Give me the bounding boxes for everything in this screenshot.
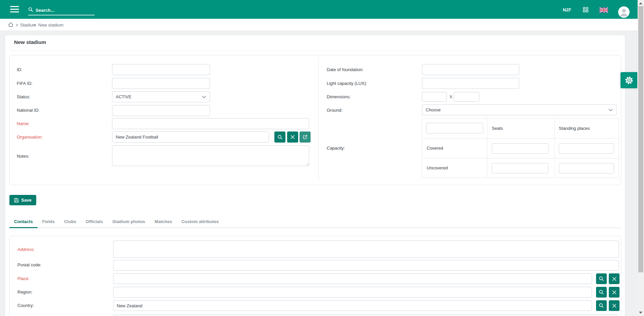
clear-icon	[612, 277, 616, 281]
next-field-input-partial[interactable]	[113, 315, 619, 316]
ground-select[interactable]: Choose	[422, 104, 616, 115]
country-input[interactable]	[113, 300, 592, 311]
organisation-open-button[interactable]	[300, 131, 311, 143]
national-id-label: National ID:	[17, 108, 40, 113]
settings-button[interactable]	[621, 72, 637, 88]
covered-seats-input[interactable]	[492, 143, 548, 154]
clear-icon	[290, 135, 295, 139]
title-divider	[9, 50, 621, 51]
breadcrumb-separator: >	[16, 23, 18, 28]
capacity-table-col-line	[487, 118, 487, 178]
breadcrumb-item-current: New stadium	[38, 22, 63, 28]
covered-row-label: Covered	[427, 146, 443, 151]
region-label: Region:	[17, 289, 33, 295]
id-input[interactable]	[112, 64, 210, 75]
dimension-length-input[interactable]	[454, 92, 479, 102]
date-of-foundation-label: Date of foundation:	[327, 67, 364, 72]
dimension-width-input[interactable]	[422, 92, 447, 102]
dimensions-label: Dimensions:	[327, 94, 351, 99]
place-search-button[interactable]	[596, 273, 607, 284]
tab-contacts[interactable]: Contacts	[9, 216, 38, 228]
light-capacity-input[interactable]	[422, 78, 519, 89]
status-label: Status:	[17, 94, 30, 99]
organisation-input[interactable]	[112, 131, 269, 143]
country-clear-button[interactable]	[609, 300, 620, 311]
app-window: NZF > Stadi	[0, 0, 644, 316]
standing-places-header: Standing places	[559, 126, 590, 131]
id-label: ID:	[17, 67, 22, 72]
capacity-table-row-line	[422, 138, 619, 139]
scrollbar-down-arrow[interactable]	[639, 312, 642, 314]
scrollbar[interactable]	[638, 0, 644, 316]
tab-fields[interactable]: Fields	[38, 216, 60, 227]
light-capacity-label: Light capacity (LUX):	[327, 81, 367, 86]
ground-select-value: Choose	[426, 107, 441, 112]
name-input[interactable]	[112, 118, 309, 129]
covered-standing-input[interactable]	[559, 143, 614, 154]
fifa-id-input[interactable]	[112, 78, 210, 89]
tab-matches[interactable]: Matches	[150, 216, 177, 227]
capacity-table-row-line	[422, 158, 619, 158]
region-search-button[interactable]	[596, 287, 607, 298]
search-icon	[277, 135, 283, 140]
national-id-input[interactable]	[112, 105, 210, 116]
organisation-search-button[interactable]	[274, 131, 285, 143]
ground-label: Ground:	[327, 108, 342, 113]
search-underline	[28, 15, 95, 15]
tab-clubs[interactable]: Clubs	[59, 216, 81, 227]
address-input[interactable]	[113, 241, 619, 258]
gear-icon	[625, 76, 634, 85]
place-input[interactable]	[113, 273, 592, 284]
save-button-label: Save	[21, 198, 31, 203]
breadcrumb-separator: >	[34, 23, 36, 28]
capacity-name-input[interactable]	[426, 123, 483, 134]
fifa-id-label: FIFA ID:	[17, 81, 33, 86]
country-label: Country:	[17, 303, 34, 308]
search-icon	[599, 303, 604, 308]
date-of-foundation-input[interactable]	[422, 64, 519, 75]
organisation-clear-button[interactable]	[287, 131, 298, 143]
save-button[interactable]: Save	[9, 195, 36, 205]
clear-icon	[612, 304, 616, 308]
place-clear-button[interactable]	[609, 273, 620, 284]
page-title: New stadium	[14, 39, 46, 45]
address-label: Address:	[17, 247, 35, 252]
organisation-label: Organisation:	[17, 135, 43, 140]
status-select[interactable]: ACTIVE	[112, 91, 210, 102]
status-select-value: ACTIVE	[116, 94, 131, 99]
breadcrumb: > Stadium > New stadium	[0, 19, 638, 31]
user-avatar[interactable]	[618, 6, 630, 18]
home-icon[interactable]	[8, 22, 13, 27]
apps-grid-icon[interactable]	[583, 7, 588, 12]
scrollbar-thumb[interactable]	[638, 6, 643, 272]
uncovered-row-label: Uncovered	[427, 165, 448, 170]
tab-custom-attributes[interactable]: Custom attributes	[177, 216, 223, 227]
notes-textarea[interactable]	[112, 145, 309, 166]
search-icon	[599, 276, 604, 281]
uk-flag-icon[interactable]	[599, 7, 608, 13]
form-column-divider	[318, 58, 319, 181]
hamburger-menu-icon[interactable]	[10, 6, 19, 12]
tab-bar: Contacts Fields Clubs Officials Stadium …	[9, 216, 621, 228]
org-code-label: NZF	[563, 7, 571, 12]
country-search-button[interactable]	[596, 300, 607, 311]
tab-officials[interactable]: Officials	[81, 216, 107, 227]
scrollbar-up-arrow[interactable]	[639, 2, 642, 4]
search-icon	[28, 7, 33, 12]
postal-code-input[interactable]	[113, 260, 619, 271]
chevron-down-icon	[202, 96, 206, 98]
search-icon	[599, 289, 604, 295]
postal-code-label: Postal code:	[17, 262, 42, 267]
region-input[interactable]	[113, 287, 592, 298]
uncovered-seats-input[interactable]	[492, 163, 548, 173]
notes-label: Notes:	[17, 154, 30, 159]
tab-stadium-photos[interactable]: Stadium photos	[108, 216, 150, 227]
region-clear-button[interactable]	[609, 287, 620, 298]
open-in-new-icon	[303, 135, 308, 140]
topbar: NZF	[0, 0, 638, 19]
clear-icon	[612, 290, 616, 295]
capacity-label: Capacity:	[327, 146, 345, 151]
uncovered-standing-input[interactable]	[559, 163, 614, 173]
seats-header: Seats	[492, 126, 503, 131]
search-input[interactable]	[35, 5, 98, 15]
